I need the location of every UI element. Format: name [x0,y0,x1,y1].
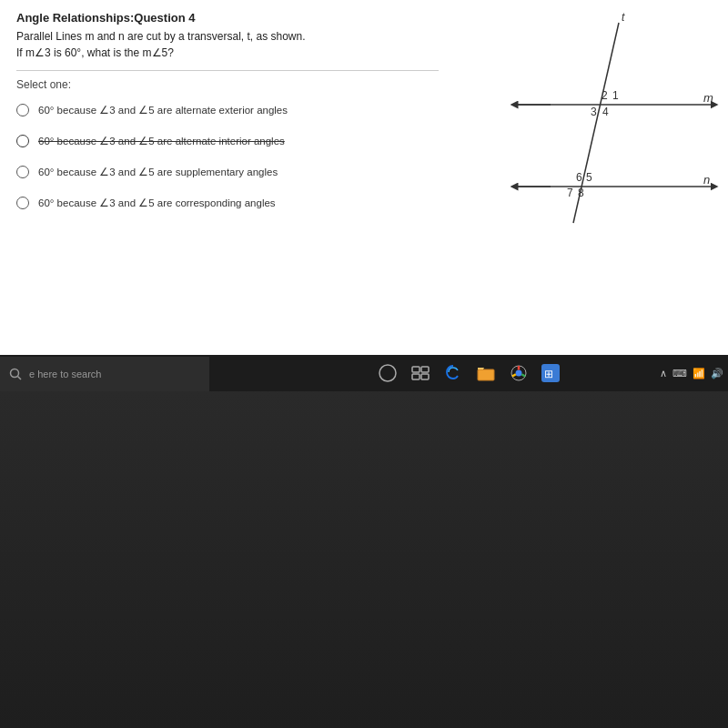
network-icon: 📶 [693,368,705,379]
svg-point-16 [11,369,19,378]
edge-icon[interactable] [443,363,463,383]
search-bar[interactable]: e here to search [0,357,209,391]
svg-text:6: 6 [576,171,582,184]
question-title: Angle Relationships:Question 4 [16,11,439,25]
divider [16,70,439,71]
svg-rect-20 [421,367,429,372]
quiz-area: Angle Relationships:Question 4 Parallel … [0,0,728,355]
svg-text:n: n [703,173,710,187]
svg-text:8: 8 [578,187,584,199]
diagram: 2 1 3 4 6 5 7 8 t m n [460,5,723,259]
svg-text:5: 5 [586,171,592,184]
svg-text:m: m [703,91,713,105]
option-1[interactable]: 60° because ∠3 and ∠5 are alternate exte… [16,104,439,116]
file-explorer-icon[interactable] [476,363,496,383]
svg-text:2: 2 [602,89,608,102]
svg-rect-21 [412,374,420,379]
search-icon [9,368,22,380]
search-input-label: e here to search [29,369,102,379]
calculator-icon[interactable]: ⊞ [541,364,560,382]
laptop-body: DELL F2 🔉 F3 🔊 F4 🎤 F5 🔒 F6 🔒 [0,391,728,728]
taskbar: e here to search [0,355,728,391]
option-2[interactable]: 60° because ∠3 and ∠5 are alternate inte… [16,135,439,147]
option-3-text: 60° because ∠3 and ∠5 are supplementary … [38,166,278,178]
quiz-right-panel: 2 1 3 4 6 5 7 8 t m n [455,0,728,355]
svg-rect-22 [421,374,429,379]
volume-icon[interactable]: 🔊 [711,368,723,379]
quiz-left-panel: Angle Relationships:Question 4 Parallel … [0,0,455,355]
svg-line-28 [512,374,516,376]
angle-diagram: 2 1 3 4 6 5 7 8 t m n [460,5,723,268]
svg-rect-19 [412,367,420,372]
svg-line-17 [18,377,22,380]
option-3[interactable]: 60° because ∠3 and ∠5 are supplementary … [16,166,439,178]
task-view-icon[interactable] [410,363,430,383]
svg-point-18 [379,365,396,381]
radio-1[interactable] [16,104,29,116]
option-1-text: 60° because ∠3 and ∠5 are alternate exte… [38,104,288,116]
radio-4[interactable] [16,197,29,209]
svg-line-27 [521,374,525,376]
laptop-screen: Angle Relationships:Question 4 Parallel … [0,0,728,391]
svg-text:1: 1 [612,89,619,102]
svg-text:3: 3 [591,106,597,118]
radio-2[interactable] [16,135,29,147]
option-4-text: 60° because ∠3 and ∠5 are corresponding … [38,197,276,209]
svg-text:7: 7 [567,187,573,199]
svg-text:t: t [622,11,625,24]
svg-rect-23 [478,369,494,380]
question-description: Parallel Lines m and n are cut by a tran… [16,28,439,61]
option-2-text: 60° because ∠3 and ∠5 are alternate inte… [38,135,285,147]
keyboard-icon: ⌨ [672,368,687,379]
radio-3[interactable] [16,166,29,178]
svg-text:4: 4 [602,106,609,118]
chevron-up-icon[interactable]: ∧ [660,368,667,379]
svg-text:⊞: ⊞ [544,368,553,380]
option-4[interactable]: 60° because ∠3 and ∠5 are corresponding … [16,197,439,209]
select-label: Select one: [16,78,439,91]
windows-search-icon[interactable] [378,363,398,383]
svg-point-25 [516,370,522,377]
chrome-icon[interactable] [509,363,529,383]
taskbar-right: ∧ ⌨ 📶 🔊 [660,368,723,379]
